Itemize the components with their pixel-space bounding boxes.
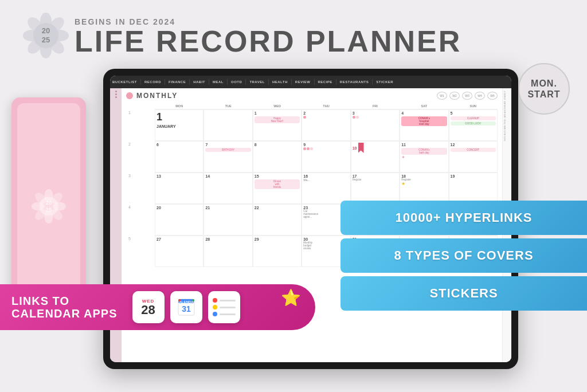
right-feb: FEB <box>504 119 510 124</box>
links-text: LINKS TOCALENDAR APPS <box>11 295 118 320</box>
reminder-line-2 <box>220 307 236 308</box>
cal-cell-7: 7 BATH DAY <box>204 141 252 173</box>
svg-text:20: 20 <box>42 26 50 35</box>
row-num-4: 4 <box>126 204 155 236</box>
day-header-sun: SUN <box>449 103 498 109</box>
row-num-1: 1 <box>126 109 155 141</box>
date-widget: WED 28 <box>132 291 165 323</box>
svg-rect-28 <box>178 299 181 301</box>
svg-text:25: 25 <box>46 206 52 213</box>
cal-cell-2: 2 <box>302 109 350 141</box>
right-yearly: YEARLY <box>504 91 510 100</box>
cal-cell-3: 3 <box>351 109 400 141</box>
cal-cell-22: 22 <box>253 204 302 236</box>
covers-text: 8 TYPES OF COVERS <box>394 248 533 263</box>
reminder-line <box>220 300 236 301</box>
cal-cell-4: 4 CONAN'shospitalvisit day <box>400 109 448 141</box>
cal-cell-28: 28 <box>204 236 252 267</box>
nav-review[interactable]: REVIEW <box>295 80 311 84</box>
reminder-row-3 <box>213 312 236 316</box>
nav-record[interactable]: RECORD <box>144 80 161 84</box>
hyperlinks-banner: 10000+ HYPERLINKS <box>341 201 587 235</box>
nav-recipe[interactable]: RECIPE <box>318 80 332 84</box>
google-calendar-icon[interactable]: 31 CALENDAR <box>170 291 202 323</box>
svg-text:20: 20 <box>46 199 52 206</box>
cal-cell-empty <box>204 109 252 141</box>
cal-cell-5: 5 CLEANUP GOOD LUCK! <box>449 109 498 141</box>
dinner: Dinnerwithfriends <box>255 179 300 189</box>
week-badge-w3: W3 <box>462 92 472 100</box>
reminders-icon[interactable] <box>208 291 240 323</box>
dots <box>303 116 349 119</box>
cal-cell-16: 16 Wa... <box>302 173 350 204</box>
nav-finance[interactable]: FINANCE <box>169 80 186 84</box>
right-aug2: AUG <box>504 130 510 135</box>
bath-day: BATH DAY <box>205 148 251 152</box>
january-label: JANUARY <box>156 124 202 128</box>
blue-banners: 10000+ HYPERLINKS 8 TYPES OF COVERS STIC… <box>341 201 587 311</box>
cleanup-badge: CLEANUP <box>451 116 496 120</box>
reminder-line-3 <box>220 313 236 315</box>
cal-cell-20: 20 <box>155 204 204 236</box>
cal-cell-jan1: 1 JANUARY <box>155 109 204 141</box>
nav-restaurants[interactable]: RESTAURANTS <box>340 80 369 84</box>
week-badges: W1 W2 W3 W4 W5 <box>437 92 498 100</box>
monthly-icon <box>126 92 133 99</box>
right-nov: NOV <box>504 136 510 141</box>
tablet-nav: BUCKETLIST RECORD FINANCE HABIT MEAL OOT… <box>110 76 511 88</box>
concert: CONCERT <box>451 148 496 152</box>
monthly-title: MONTHLY <box>136 92 178 100</box>
row-num-5: 5 <box>126 236 155 267</box>
cal-cell-8: 8 <box>253 141 302 173</box>
stickers-text: STICKERS <box>429 286 498 301</box>
nav-bucketlist[interactable]: BUCKETLIST <box>112 80 137 84</box>
nav-sticker[interactable]: STICKER <box>376 80 393 84</box>
cal-cell-6: 6 <box>155 141 204 173</box>
happy-new-year: HappyNew Year!! <box>255 116 300 123</box>
monthly-header: MONTHLY W1 W2 W3 W4 W5 <box>126 92 498 100</box>
main-container: 20 25 BEGINS IN DEC 2024 LIFE RECORD PLA… <box>0 0 587 392</box>
sidebar-dot <box>115 91 117 92</box>
cal-cell-10: 10 <box>351 141 400 173</box>
right-aug1: AUG <box>504 108 510 113</box>
cal-cell-14: 14 <box>204 173 252 204</box>
main-title: LIFE RECORD PLANNER <box>75 26 461 56</box>
day-header-fri: FRI <box>351 103 400 109</box>
nav-travel[interactable]: TRAVEL <box>249 80 265 84</box>
stickers-banner: STICKERS <box>341 276 587 311</box>
week-badge-w4: W4 <box>475 92 485 100</box>
reminder-row-2 <box>213 305 236 309</box>
left-device-inner: 20 25 <box>17 103 80 309</box>
covers-banner: 8 TYPES OF COVERS <box>341 238 587 273</box>
row-num-3: 3 <box>126 173 155 204</box>
sidebar-dot <box>115 93 117 95</box>
date-num: 1 <box>255 111 300 115</box>
flower-badge: 20 25 <box>23 13 69 58</box>
cal-cell-11: 11 CONAN'sbath day ✦ <box>400 141 448 173</box>
cal-cell-27: 27 <box>155 236 204 267</box>
nav-health[interactable]: HEALTH <box>272 80 288 84</box>
nav-habit[interactable]: HABIT <box>193 80 205 84</box>
cal-cell-19: 19 <box>449 173 498 204</box>
pink-banner: LINKS TOCALENDAR APPS WED 28 31 CALENDAR <box>0 284 315 330</box>
svg-text:25: 25 <box>42 36 50 44</box>
calendar-apps: WED 28 31 CALENDAR <box>132 291 240 323</box>
week-badge-w1: W1 <box>437 92 447 100</box>
nav-meal[interactable]: MEAL <box>213 80 224 84</box>
cleanup-event: CONAN'shospitalvisit day <box>401 116 447 126</box>
svg-text:31: 31 <box>182 304 191 313</box>
row-num-2: 2 <box>126 141 155 173</box>
nav-ootd[interactable]: OOTD <box>231 80 242 84</box>
cal-cell-29: 29 <box>253 236 302 267</box>
day-header-sat: SAT <box>400 103 448 109</box>
left-device: 20 25 <box>11 97 86 315</box>
header-area: BEGINS IN DEC 2024 LIFE RECORD PLANNER <box>75 17 461 56</box>
reminder-row-1 <box>213 298 236 303</box>
sidebar-dot <box>115 96 117 98</box>
day-header-wed: WED <box>253 103 302 109</box>
hyperlinks-text: 10000+ HYPERLINKS <box>396 210 533 225</box>
good-luck: GOOD LUCK! <box>451 121 496 126</box>
cal-cell-15: 15 Dinnerwithfriends <box>253 173 302 204</box>
cal-cell-13: 13 <box>155 173 204 204</box>
date-1: 1 <box>156 111 202 123</box>
